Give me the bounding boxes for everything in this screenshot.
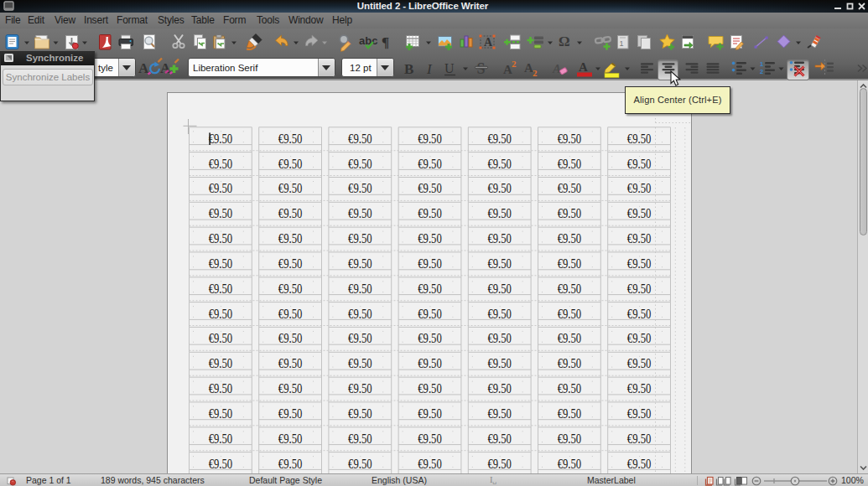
svg-text:€9.50: €9.50 xyxy=(209,132,233,146)
svg-text:€9.50: €9.50 xyxy=(487,282,512,296)
svg-text:€9.50: €9.50 xyxy=(418,356,442,370)
svg-text:€9.50: €9.50 xyxy=(418,132,442,146)
svg-text:€9.50: €9.50 xyxy=(558,282,582,296)
svg-text:€9.50: €9.50 xyxy=(278,181,303,195)
svg-text:€9.50: €9.50 xyxy=(418,206,442,220)
svg-text:€9.50: €9.50 xyxy=(278,381,303,396)
svg-text:€9.50: €9.50 xyxy=(278,256,303,271)
svg-text:I: I xyxy=(426,61,433,77)
svg-text:€9.50: €9.50 xyxy=(418,307,442,321)
svg-text:€9.50: €9.50 xyxy=(209,381,233,396)
svg-text:A: A xyxy=(552,62,561,75)
svg-text:€9.50: €9.50 xyxy=(209,282,233,296)
svg-text:€9.50: €9.50 xyxy=(627,206,652,220)
svg-text:A: A xyxy=(160,60,171,76)
svg-text:€9.50: €9.50 xyxy=(418,457,442,471)
svg-text:€9.50: €9.50 xyxy=(627,307,652,321)
svg-text:€9.50: €9.50 xyxy=(627,181,652,195)
svg-text:€9.50: €9.50 xyxy=(558,406,582,421)
svg-text:€9.50: €9.50 xyxy=(209,206,233,220)
svg-text:A: A xyxy=(138,60,149,76)
svg-text:€9.50: €9.50 xyxy=(348,256,372,271)
svg-text:€9.50: €9.50 xyxy=(558,231,582,246)
svg-text:€9.50: €9.50 xyxy=(627,282,652,296)
svg-text:€9.50: €9.50 xyxy=(487,157,512,171)
svg-text:€9.50: €9.50 xyxy=(627,231,652,246)
svg-text:A: A xyxy=(484,36,493,49)
svg-text:€9.50: €9.50 xyxy=(348,381,372,396)
svg-text:€9.50: €9.50 xyxy=(627,356,652,370)
svg-text:€9.50: €9.50 xyxy=(278,457,303,471)
svg-text:€9.50: €9.50 xyxy=(627,457,652,471)
svg-text:€9.50: €9.50 xyxy=(418,432,442,446)
svg-text:€9.50: €9.50 xyxy=(348,231,372,246)
svg-text:€9.50: €9.50 xyxy=(348,282,372,296)
svg-text:€9.50: €9.50 xyxy=(278,432,303,446)
svg-text:€9.50: €9.50 xyxy=(418,381,442,396)
svg-text:€9.50: €9.50 xyxy=(418,256,442,271)
svg-text:€9.50: €9.50 xyxy=(209,231,233,246)
svg-text:€9.50: €9.50 xyxy=(627,432,652,446)
svg-text:abc: abc xyxy=(359,34,377,47)
svg-text:€9.50: €9.50 xyxy=(558,206,582,220)
svg-text:€9.50: €9.50 xyxy=(348,457,372,471)
svg-text:€9.50: €9.50 xyxy=(487,457,512,471)
svg-text:€9.50: €9.50 xyxy=(487,231,512,246)
svg-text:Ω: Ω xyxy=(559,34,570,49)
svg-text:€9.50: €9.50 xyxy=(348,132,372,146)
svg-text:€9.50: €9.50 xyxy=(418,231,442,246)
svg-text:€9.50: €9.50 xyxy=(627,256,652,271)
svg-text:€9.50: €9.50 xyxy=(558,157,582,171)
svg-text:€9.50: €9.50 xyxy=(558,307,582,321)
svg-text:€9.50: €9.50 xyxy=(627,331,652,345)
svg-text:€9.50: €9.50 xyxy=(418,282,442,296)
svg-text:€9.50: €9.50 xyxy=(487,381,512,396)
svg-text:€9.50: €9.50 xyxy=(627,381,652,396)
svg-text:€9.50: €9.50 xyxy=(278,206,303,220)
svg-text:€9.50: €9.50 xyxy=(209,181,233,195)
svg-text:€9.50: €9.50 xyxy=(209,331,233,345)
svg-text:€9.50: €9.50 xyxy=(278,231,303,246)
svg-text:€9.50: €9.50 xyxy=(209,256,233,271)
svg-text:U: U xyxy=(444,61,455,75)
svg-text:€9.50: €9.50 xyxy=(487,181,512,195)
svg-text:€9.50: €9.50 xyxy=(487,432,512,446)
svg-text:€9.50: €9.50 xyxy=(278,406,303,421)
svg-text:€9.50: €9.50 xyxy=(418,181,442,195)
svg-text:€9.50: €9.50 xyxy=(627,132,652,146)
svg-text:€9.50: €9.50 xyxy=(558,457,582,471)
svg-text:A: A xyxy=(579,60,588,74)
svg-text:€9.50: €9.50 xyxy=(209,157,233,171)
svg-text:€9.50: €9.50 xyxy=(558,181,582,195)
svg-text:€9.50: €9.50 xyxy=(558,432,582,446)
svg-text:€9.50: €9.50 xyxy=(348,206,372,220)
svg-text:€9.50: €9.50 xyxy=(348,406,372,421)
svg-text:€9.50: €9.50 xyxy=(348,432,372,446)
svg-text:€9.50: €9.50 xyxy=(487,132,512,146)
svg-text:€9.50: €9.50 xyxy=(418,157,442,171)
svg-text:€9.50: €9.50 xyxy=(209,432,233,446)
svg-text:€9.50: €9.50 xyxy=(558,381,582,396)
svg-text:€9.50: €9.50 xyxy=(487,406,512,421)
svg-text:€9.50: €9.50 xyxy=(558,356,582,370)
svg-text:€9.50: €9.50 xyxy=(209,457,233,471)
svg-text:€9.50: €9.50 xyxy=(558,331,582,345)
svg-text:€9.50: €9.50 xyxy=(418,406,442,421)
svg-text:€9.50: €9.50 xyxy=(278,356,303,370)
svg-text:€9.50: €9.50 xyxy=(278,132,303,146)
svg-text:€9.50: €9.50 xyxy=(627,406,652,421)
svg-text:1: 1 xyxy=(620,39,624,48)
svg-text:B: B xyxy=(404,61,413,77)
svg-text:€9.50: €9.50 xyxy=(209,406,233,421)
svg-text:€9.50: €9.50 xyxy=(348,157,372,171)
svg-text:€9.50: €9.50 xyxy=(487,256,512,271)
svg-text:€9.50: €9.50 xyxy=(487,356,512,370)
svg-text:€9.50: €9.50 xyxy=(348,307,372,321)
svg-text:€9.50: €9.50 xyxy=(209,307,233,321)
svg-text:€9.50: €9.50 xyxy=(278,282,303,296)
svg-text:€9.50: €9.50 xyxy=(558,132,582,146)
svg-text:2: 2 xyxy=(760,68,763,75)
svg-text:€9.50: €9.50 xyxy=(487,206,512,220)
svg-text:1: 1 xyxy=(760,60,763,68)
svg-text:€9.50: €9.50 xyxy=(487,331,512,345)
